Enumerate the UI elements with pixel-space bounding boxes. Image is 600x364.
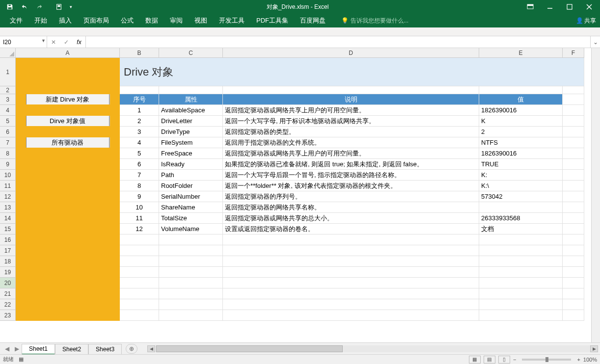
touch-mode-icon[interactable] bbox=[52, 1, 66, 13]
row-header-18[interactable]: 18 bbox=[0, 256, 16, 267]
tab-review[interactable]: 审阅 bbox=[164, 14, 189, 27]
col-header-F[interactable]: F bbox=[563, 48, 584, 58]
cell-A9[interactable] bbox=[16, 159, 120, 170]
cell-A15[interactable] bbox=[16, 224, 120, 234]
cell-E18[interactable] bbox=[479, 256, 563, 267]
cell-F11[interactable] bbox=[563, 181, 584, 191]
zoom-out-icon[interactable]: − bbox=[513, 357, 516, 363]
cell-E20[interactable] bbox=[479, 278, 563, 288]
cell-E9[interactable]: TRUE bbox=[479, 159, 563, 170]
cell-D7[interactable]: 返回用于指定驱动器的文件系统。 bbox=[223, 137, 479, 148]
row-header-19[interactable]: 19 bbox=[0, 267, 16, 278]
cell-E12[interactable]: 573042 bbox=[479, 191, 563, 202]
cell-A16[interactable] bbox=[16, 234, 120, 245]
cell-E15[interactable]: 文档 bbox=[479, 224, 563, 234]
cell-F7[interactable] bbox=[563, 137, 584, 148]
tab-developer[interactable]: 开发工具 bbox=[213, 14, 250, 27]
cell-C18[interactable] bbox=[159, 256, 223, 267]
cell-F22[interactable] bbox=[563, 299, 584, 310]
cell-C12[interactable]: SerialNumber bbox=[159, 191, 223, 202]
cell-B19[interactable] bbox=[120, 267, 159, 278]
share-button[interactable]: 👤 共享 bbox=[576, 17, 596, 25]
row-header-4[interactable]: 4 bbox=[0, 105, 16, 116]
cell-F12[interactable] bbox=[563, 191, 584, 202]
formula-input[interactable] bbox=[86, 36, 590, 48]
cell-C14[interactable]: TotalSize bbox=[159, 213, 223, 224]
cell-C9[interactable]: IsReady bbox=[159, 159, 223, 170]
cell-B5[interactable]: 2 bbox=[120, 116, 159, 127]
cell-A1[interactable] bbox=[16, 58, 120, 86]
cell-A10[interactable] bbox=[16, 170, 120, 181]
tab-nav-next-icon[interactable]: ▶ bbox=[12, 344, 22, 354]
cell-C17[interactable] bbox=[159, 245, 223, 256]
cell-E4[interactable]: 1826390016 bbox=[479, 105, 563, 116]
cell-A23[interactable] bbox=[16, 310, 120, 321]
cell-D18[interactable] bbox=[223, 256, 479, 267]
qat-customize-icon[interactable]: ▾ bbox=[67, 1, 75, 13]
cell-C11[interactable]: RootFolder bbox=[159, 181, 223, 191]
row-header-8[interactable]: 8 bbox=[0, 148, 16, 159]
all-drives-button[interactable]: 所有驱动器 bbox=[26, 137, 109, 148]
cell-C15[interactable]: VolumeName bbox=[159, 224, 223, 234]
cell-F14[interactable] bbox=[563, 213, 584, 224]
cell-F15[interactable] bbox=[563, 224, 584, 234]
cell-C20[interactable] bbox=[159, 278, 223, 288]
cell-B23[interactable] bbox=[120, 310, 159, 321]
close-icon[interactable] bbox=[579, 0, 599, 14]
cell-B21[interactable] bbox=[120, 288, 159, 299]
col-header-E[interactable]: E bbox=[479, 48, 563, 58]
sheet-tab-3[interactable]: Sheet3 bbox=[88, 344, 122, 355]
row-header-23[interactable]: 23 bbox=[0, 310, 16, 321]
cell-C5[interactable]: DriveLetter bbox=[159, 116, 223, 127]
cell-E2[interactable] bbox=[479, 86, 563, 94]
tell-me-input[interactable]: 💡 告诉我您想要做什么... bbox=[341, 17, 409, 25]
cell-C22[interactable] bbox=[159, 299, 223, 310]
cell-A19[interactable] bbox=[16, 267, 120, 278]
cell-F23[interactable] bbox=[563, 310, 584, 321]
col-header-B[interactable]: B bbox=[120, 48, 159, 58]
cell-D23[interactable] bbox=[223, 310, 479, 321]
maximize-icon[interactable] bbox=[560, 0, 579, 14]
cell-E11[interactable]: K:\ bbox=[479, 181, 563, 191]
row-header-17[interactable]: 17 bbox=[0, 245, 16, 256]
cell-F9[interactable] bbox=[563, 159, 584, 170]
cell-A2[interactable] bbox=[16, 86, 120, 94]
cell-E16[interactable] bbox=[479, 234, 563, 245]
add-sheet-icon[interactable]: ⊕ bbox=[126, 344, 137, 354]
cell-F5[interactable] bbox=[563, 116, 584, 127]
cell-D12[interactable]: 返回指定驱动器的序列号。 bbox=[223, 191, 479, 202]
cell-A8[interactable] bbox=[16, 148, 120, 159]
name-box[interactable]: I20 ▼ bbox=[0, 36, 47, 48]
cell-E13[interactable] bbox=[479, 202, 563, 213]
cell-A22[interactable] bbox=[16, 299, 120, 310]
page-layout-view-icon[interactable]: ▤ bbox=[484, 356, 495, 364]
redo-icon[interactable] bbox=[32, 1, 46, 13]
cell-F20[interactable] bbox=[563, 278, 584, 288]
tab-baidu[interactable]: 百度网盘 bbox=[294, 14, 331, 27]
cancel-icon[interactable]: ✕ bbox=[47, 39, 60, 46]
sheet-tab-2[interactable]: Sheet2 bbox=[55, 344, 88, 355]
cell-E17[interactable] bbox=[479, 245, 563, 256]
row-header-2[interactable]: 2 bbox=[0, 86, 16, 94]
cell-B9[interactable]: 6 bbox=[120, 159, 159, 170]
cell-A12[interactable] bbox=[16, 191, 120, 202]
zoom-in-icon[interactable]: + bbox=[577, 357, 580, 363]
hscroll-right-icon[interactable]: ▶ bbox=[590, 345, 598, 352]
sheet-tab-1[interactable]: Sheet1 bbox=[22, 344, 55, 355]
cell-C23[interactable] bbox=[159, 310, 223, 321]
cell-C4[interactable]: AvailableSpace bbox=[159, 105, 223, 116]
tab-home[interactable]: 开始 bbox=[28, 14, 53, 27]
row-header-6[interactable]: 6 bbox=[0, 127, 16, 137]
cell-A5[interactable]: Dirve 对象值 bbox=[16, 116, 120, 127]
row-header-16[interactable]: 16 bbox=[0, 234, 16, 245]
cell-B10[interactable]: 7 bbox=[120, 170, 159, 181]
page-break-view-icon[interactable]: ▯ bbox=[498, 356, 510, 364]
name-box-dropdown-icon[interactable]: ▼ bbox=[41, 38, 46, 43]
tab-pdf[interactable]: PDF工具集 bbox=[250, 14, 294, 27]
enter-icon[interactable]: ✓ bbox=[60, 39, 73, 46]
row-header-7[interactable]: 7 bbox=[0, 137, 16, 148]
cell-D17[interactable] bbox=[223, 245, 479, 256]
cell-C10[interactable]: Path bbox=[159, 170, 223, 181]
cell-E21[interactable] bbox=[479, 288, 563, 299]
cell-F2[interactable] bbox=[563, 86, 584, 94]
